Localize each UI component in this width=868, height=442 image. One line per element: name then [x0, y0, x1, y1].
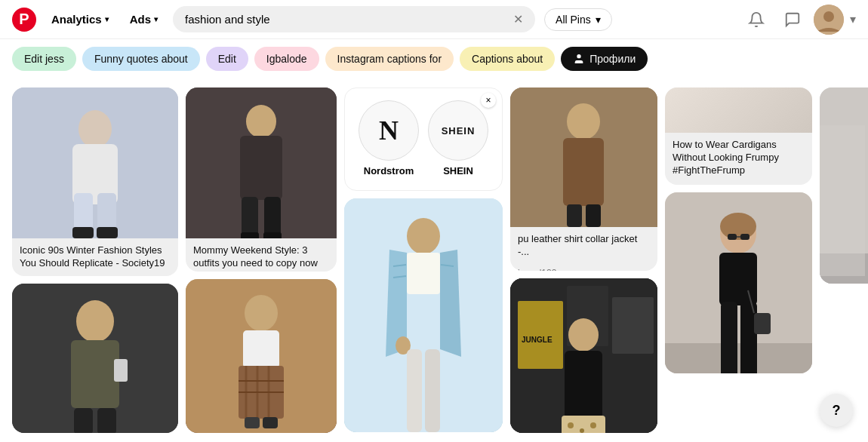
pin-text: pu leather shirt collar jacket -... [510, 227, 657, 266]
svg-rect-46 [567, 204, 582, 227]
svg-rect-66 [665, 343, 812, 373]
help-button[interactable]: ? [820, 394, 853, 427]
chip-igbalode[interactable]: Igbalode [254, 47, 319, 71]
svg-point-4 [78, 110, 112, 148]
nordstrom-label: Nordstrom [364, 165, 414, 176]
svg-point-24 [245, 295, 278, 331]
ads-chevron-icon: ▾ [154, 15, 158, 23]
main-grid: Iconic 90s Winter Fashion Styles You Sho… [0, 78, 868, 442]
nav-analytics[interactable]: Analytics ▾ [45, 8, 115, 30]
nav-ads[interactable]: Ads ▾ [124, 8, 164, 30]
nav-ads-label: Ads [130, 13, 151, 26]
notifications-button[interactable] [741, 5, 771, 35]
svg-rect-33 [263, 417, 278, 428]
svg-rect-18 [240, 136, 282, 200]
svg-rect-47 [586, 204, 601, 227]
analytics-chevron-icon: ▾ [105, 15, 109, 23]
pin-card[interactable]: JUNGLE [510, 278, 657, 433]
pin-column-4: pu leather shirt collar jacket -... bwoo… [510, 87, 657, 433]
svg-rect-42 [425, 349, 440, 432]
svg-point-54 [568, 318, 599, 351]
svg-rect-14 [97, 408, 116, 433]
pin-card[interactable]: pu leather shirt collar jacket -... bwoo… [510, 87, 657, 271]
search-bar: ✕ [173, 6, 535, 32]
svg-rect-45 [563, 138, 604, 206]
nordstrom-logo: N [359, 100, 419, 161]
avatar[interactable] [814, 5, 844, 35]
pin-column-5: How to Wear Cardigans Without Looking Fr… [665, 87, 812, 433]
svg-text:JUNGLE: JUNGLE [522, 336, 553, 344]
svg-rect-50 [518, 301, 563, 369]
svg-rect-72 [728, 234, 737, 240]
shein-logo: SHEIN [428, 100, 488, 161]
svg-rect-32 [245, 417, 260, 428]
svg-point-57 [568, 422, 574, 428]
pin-column-3: × N Nordstrom SHEIN SHEIN [344, 87, 503, 433]
svg-rect-69 [719, 253, 757, 305]
pin-text: Mommy Weekend Style: 3 outfits you need … [186, 238, 337, 272]
svg-rect-73 [740, 234, 749, 240]
pin-column-1: Iconic 90s Winter Fashion Styles You Sho… [12, 87, 178, 433]
filter-button[interactable]: All Pins ▾ [544, 8, 612, 31]
svg-point-17 [246, 105, 276, 138]
svg-rect-21 [241, 232, 259, 238]
svg-rect-8 [72, 227, 94, 238]
pin-sub: bwool123 [510, 266, 657, 271]
svg-rect-13 [74, 408, 93, 433]
svg-rect-75 [754, 313, 771, 334]
svg-rect-70 [721, 302, 737, 373]
svg-point-11 [76, 300, 114, 342]
chips-row: Edit jess Funny quotes about Edit Igbalo… [0, 39, 868, 78]
svg-point-1 [823, 11, 834, 22]
svg-point-68 [720, 213, 756, 240]
pin-card[interactable] [665, 192, 812, 373]
svg-rect-12 [71, 340, 119, 408]
shein-label: SHEIN [443, 165, 473, 176]
search-input[interactable] [185, 13, 507, 26]
pin-card[interactable] [820, 87, 868, 284]
chip-profiles[interactable]: Профили [561, 47, 648, 71]
chip-edit-jess[interactable]: Edit jess [12, 47, 76, 71]
svg-rect-22 [263, 232, 282, 238]
svg-rect-52 [612, 297, 654, 354]
pin-column-2: Mommy Weekend Style: 3 outfits you need … [186, 87, 337, 433]
svg-rect-19 [242, 197, 258, 238]
account-chevron-icon[interactable]: ▾ [850, 12, 856, 26]
messages-button[interactable] [777, 5, 808, 35]
pin-card[interactable]: Mommy Weekend Style: 3 outfits you need … [186, 87, 337, 272]
nav-analytics-label: Analytics [51, 13, 102, 26]
chip-funny-quotes[interactable]: Funny quotes about [82, 47, 200, 71]
close-button[interactable]: × [481, 93, 496, 108]
pin-text: Iconic 90s Winter Fashion Styles You Sho… [12, 238, 178, 276]
chip-instagram-captions[interactable]: Instagram captions for [325, 47, 454, 71]
svg-rect-9 [97, 227, 118, 238]
chip-captions-about[interactable]: Captions about [460, 47, 555, 71]
svg-point-59 [590, 422, 596, 428]
header: P Analytics ▾ Ads ▾ ✕ All Pins ▾ [0, 0, 868, 39]
pin-card[interactable] [344, 198, 503, 432]
svg-point-2 [577, 54, 581, 58]
search-clear-icon[interactable]: ✕ [513, 12, 523, 26]
chip-edit[interactable]: Edit [206, 47, 248, 71]
filter-label: All Pins [556, 14, 591, 26]
svg-point-44 [567, 103, 600, 140]
svg-point-58 [580, 428, 584, 433]
svg-rect-55 [565, 351, 602, 419]
pin-card[interactable]: How to Wear Cardigans Without Looking Fr… [665, 87, 812, 185]
header-icons: ▾ [741, 5, 856, 35]
profiles-icon [573, 53, 585, 65]
svg-rect-15 [114, 359, 128, 382]
svg-rect-36 [407, 253, 440, 294]
svg-rect-25 [243, 330, 279, 368]
brand-logos-card[interactable]: × N Nordstrom SHEIN SHEIN [344, 87, 503, 191]
pin-card[interactable] [12, 284, 178, 433]
svg-rect-41 [407, 349, 422, 432]
pinterest-logo[interactable]: P [12, 8, 36, 32]
svg-rect-20 [264, 197, 281, 238]
pin-card[interactable] [186, 279, 337, 433]
svg-point-35 [407, 218, 440, 254]
pin-column-6 [820, 87, 868, 433]
pin-card[interactable]: Iconic 90s Winter Fashion Styles You Sho… [12, 87, 178, 276]
filter-chevron-icon: ▾ [596, 14, 601, 26]
svg-rect-81 [820, 125, 865, 276]
